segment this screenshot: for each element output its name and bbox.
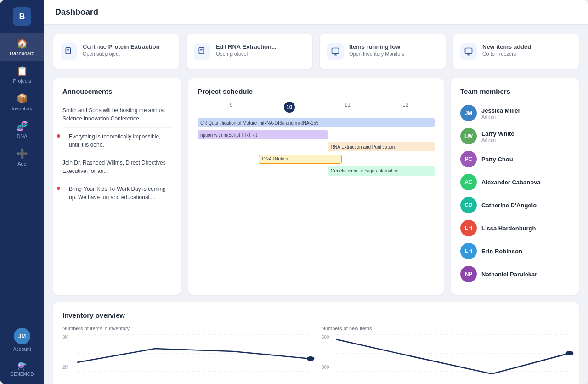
svg-rect-11 bbox=[465, 48, 472, 54]
chart-1-container: Numbers of items in Inventory 3K2K1K bbox=[62, 326, 311, 384]
team-info-6: Erin Robinson bbox=[481, 248, 522, 255]
inventory-title: Inventory overview bbox=[62, 311, 570, 319]
announcements-panel: Annoucements Smith and Sons will be host… bbox=[53, 78, 181, 295]
sidebar-item-dna[interactable]: 🧬 DNA bbox=[0, 116, 44, 143]
chart-2-label: Numbers of new items bbox=[322, 326, 570, 331]
team-name-6: Erin Robinson bbox=[481, 248, 522, 255]
team-role-1: Admin bbox=[481, 137, 514, 143]
schedule-day-headers: 9 10 11 12 bbox=[198, 102, 435, 113]
day-12: 12 bbox=[377, 102, 435, 113]
inventory-icon: 📦 bbox=[17, 93, 28, 104]
day-10: 10 bbox=[260, 102, 319, 113]
page-title: Dashboard bbox=[55, 7, 98, 17]
announcement-1: Smith and Sons will be hosting the annua… bbox=[62, 102, 172, 128]
team-title: Team members bbox=[460, 87, 570, 95]
page-header: Dashboard bbox=[44, 0, 588, 25]
team-avatar-3: AC bbox=[460, 174, 477, 190]
team-avatar-0: JM bbox=[460, 105, 477, 121]
app-logo: B bbox=[13, 7, 31, 26]
team-avatar-5: LH bbox=[460, 220, 477, 236]
team-name-7: Nathaniel Parulekar bbox=[481, 271, 537, 278]
protein-text: Continue Protein Extraction Open subproj… bbox=[83, 43, 160, 57]
main-area: Dashboard Continue Protein Extraction Op… bbox=[44, 0, 588, 384]
account-avatar: JM bbox=[14, 328, 30, 344]
team-avatar-7: NP bbox=[460, 266, 477, 282]
svg-rect-8 bbox=[332, 48, 339, 54]
team-avatar-6: LH bbox=[460, 243, 477, 259]
sidebar-item-dashboard[interactable]: 🏠 Dashboard bbox=[0, 33, 44, 61]
team-member-0: JM Jessica Miller Admin bbox=[460, 102, 570, 125]
gantt-chart: CR Quantification of Mature miRNA-146a a… bbox=[198, 118, 435, 176]
team-info-7: Nathaniel Parulekar bbox=[481, 271, 537, 278]
team-name-2: Patty Chou bbox=[481, 156, 513, 163]
charts-row: Numbers of items in Inventory 3K2K1K bbox=[62, 326, 570, 384]
svg-point-18 bbox=[307, 356, 315, 361]
sidebar-label-dna: DNA bbox=[17, 133, 27, 139]
announcement-3: Join Dr. Rasheed Willms, Direct Directiv… bbox=[62, 154, 172, 180]
svg-point-23 bbox=[566, 351, 574, 355]
rna-text: Edit RNA Extraction... Open protocol bbox=[216, 43, 277, 57]
team-member-1: LW Larry White Admin bbox=[460, 125, 570, 148]
sidebar-bottom: JM Account ⚗️ GENEMOD bbox=[0, 323, 44, 377]
sidebar-label-account: Account bbox=[13, 346, 31, 352]
chart-2-plot: 5/245/316/76/14 bbox=[336, 335, 570, 384]
chart-1-y-axis: 3K2K1K bbox=[62, 335, 75, 384]
schedule-panel: Project schedule 9 10 11 12 CR Quantific… bbox=[188, 78, 444, 295]
team-name-4: Catherine D'Angelo bbox=[481, 202, 537, 209]
team-info-2: Patty Chou bbox=[481, 156, 513, 163]
gantt-row-2: ription with miScript II RT kit bbox=[198, 130, 435, 139]
new-items-icon bbox=[460, 43, 477, 60]
chart-2-area: 500300100 bbox=[322, 335, 570, 384]
inventory-overview-panel: Inventory overview Numbers of items in I… bbox=[53, 302, 579, 384]
dna-icon: 🧬 bbox=[17, 120, 28, 132]
genemod-brand: ⚗️ GENEMOD bbox=[10, 362, 34, 377]
team-avatar-1: LW bbox=[460, 128, 477, 144]
bar-ription: ription with miScript II RT kit bbox=[198, 130, 328, 139]
announcement-4: Bring-Your-Kids-To-Work Day is coming up… bbox=[62, 180, 172, 206]
sidebar-label-projects: Projects bbox=[13, 78, 31, 84]
sidebar-label-inventory: Inventory bbox=[11, 106, 32, 111]
bar-quantification: CR Quantification of Mature miRNA-146a a… bbox=[198, 118, 435, 127]
sidebar-item-projects[interactable]: 📋 Projects bbox=[0, 61, 44, 88]
team-name-0: Jessica Miller bbox=[481, 107, 520, 114]
team-info-3: Alexander Cabanova bbox=[481, 179, 541, 186]
team-member-6: LH Erin Robinson bbox=[460, 240, 570, 263]
new-items-text: New items added Go to Freezers bbox=[482, 43, 531, 57]
inventory-monitor-icon bbox=[327, 43, 344, 60]
dashboard-icon: 🏠 bbox=[17, 38, 28, 49]
sidebar-item-inventory[interactable]: 📦 Inventory bbox=[0, 88, 44, 116]
chart-1-label: Numbers of items in Inventory bbox=[62, 326, 311, 331]
inventory-monitor-text: Items running low Open Inventory Monitor… bbox=[349, 43, 404, 57]
team-info-4: Catherine D'Angelo bbox=[481, 202, 537, 209]
day-9: 9 bbox=[202, 102, 260, 113]
team-name-5: Lissa Hardenburgh bbox=[481, 225, 536, 232]
action-card-inventory-monitor[interactable]: Items running low Open Inventory Monitor… bbox=[320, 34, 446, 69]
projects-icon: 📋 bbox=[17, 65, 28, 76]
sidebar-label-add: Add bbox=[17, 161, 27, 166]
bar-rna-extraction: RNA Extraction and Purification bbox=[328, 142, 435, 151]
team-member-5: LH Lissa Hardenburgh bbox=[460, 217, 570, 240]
chart-1-svg bbox=[77, 335, 311, 384]
sidebar-label-dashboard: Dashboard bbox=[10, 51, 34, 56]
action-card-protein[interactable]: Continue Protein Extraction Open subproj… bbox=[53, 34, 179, 69]
team-list: JM Jessica Miller Admin LW Larry White A… bbox=[460, 102, 570, 286]
team-member-3: AC Alexander Cabanova bbox=[460, 171, 570, 194]
chart-2-container: Numbers of new items 500300100 bbox=[322, 326, 570, 384]
bar-dna-dilution: DNA Dilution ! bbox=[259, 155, 342, 164]
action-card-new-items[interactable]: New items added Go to Freezers bbox=[453, 34, 579, 69]
sidebar-item-account[interactable]: JM Account bbox=[0, 323, 44, 356]
gantt-row-1: CR Quantification of Mature miRNA-146a a… bbox=[198, 118, 435, 127]
action-card-rna[interactable]: Edit RNA Extraction... Open protocol bbox=[187, 34, 312, 69]
rna-icon bbox=[194, 43, 210, 60]
chart-2-y-axis: 500300100 bbox=[322, 335, 334, 384]
schedule-title: Project schedule bbox=[198, 87, 435, 95]
team-member-2: PC Patty Chou bbox=[460, 148, 570, 171]
team-info-0: Jessica Miller Admin bbox=[481, 107, 520, 120]
chart-1-plot: 5/245/316/76/14 bbox=[77, 335, 311, 384]
team-info-5: Lissa Hardenburgh bbox=[481, 225, 536, 232]
add-icon: ➕ bbox=[17, 148, 28, 159]
team-avatar-2: PC bbox=[460, 151, 477, 167]
team-member-4: CD Catherine D'Angelo bbox=[460, 194, 570, 217]
page-content: Continue Protein Extraction Open subproj… bbox=[44, 25, 588, 384]
sidebar-item-add[interactable]: ➕ Add bbox=[0, 143, 44, 171]
